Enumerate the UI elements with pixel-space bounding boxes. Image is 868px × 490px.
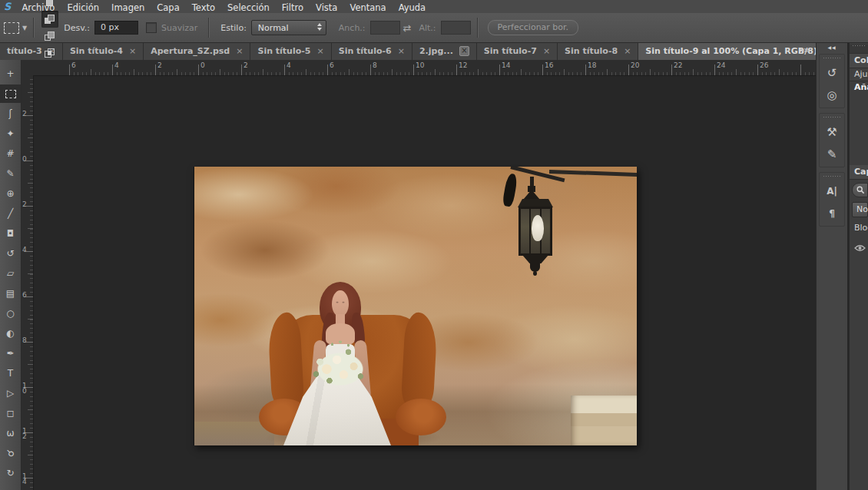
grip-dots-icon[interactable]	[823, 175, 841, 178]
hand-tool[interactable]: ω	[0, 424, 21, 442]
ruler-label: 20	[628, 61, 639, 69]
add-adjustment-header: Aña	[850, 81, 868, 94]
type-tool[interactable]: T	[0, 364, 21, 382]
blur-tool[interactable]: ○	[0, 304, 21, 323]
collapse-panels-button[interactable]: ◀◀	[817, 42, 847, 52]
menu-items: ArchivoEdiciónImagenCapaTextoSelecciónFi…	[15, 0, 432, 15]
document-tab-label: Sin título-7	[484, 46, 537, 56]
height-input[interactable]	[441, 21, 471, 35]
canvas-pasteboard[interactable]	[33, 75, 816, 490]
menu-item-ventana[interactable]: Ventana	[343, 2, 392, 13]
panel-grip[interactable]	[850, 45, 868, 54]
eye-icon	[854, 244, 866, 252]
document-tab[interactable]: Sin título-8 ×	[558, 42, 638, 60]
document-tab-label: Sin título-5	[257, 46, 310, 56]
grip-dots-icon[interactable]	[823, 116, 841, 119]
refine-edge-button[interactable]: Perfeccionar bor.	[488, 20, 579, 35]
menu-item-edición[interactable]: Edición	[61, 2, 105, 13]
height-label: Alt.:	[419, 23, 436, 33]
eraser-tool[interactable]: ▱	[0, 264, 21, 283]
document-tab-label: Sin título-8	[565, 46, 618, 56]
document-tab[interactable]: Sin título-6 ×	[332, 42, 412, 60]
style-label: Estilo:	[220, 23, 247, 33]
close-icon[interactable]: ×	[129, 46, 136, 56]
brush-presets-panel-icon[interactable]: ✎	[820, 143, 844, 165]
swap-dimensions-icon[interactable]: ⇄	[403, 22, 412, 34]
menu-item-texto[interactable]: Texto	[186, 2, 221, 13]
brush-panel-icon[interactable]: ⚒	[820, 121, 844, 143]
ruler-ticks	[21, 60, 33, 490]
grip-dots-icon[interactable]	[823, 57, 841, 60]
rectangular-marquee-tool[interactable]	[0, 84, 21, 103]
menu-item-filtro[interactable]: Filtro	[276, 2, 310, 13]
close-icon[interactable]: ×	[398, 46, 405, 56]
subtract-from-selection-button[interactable]	[41, 28, 58, 45]
menu-item-ayuda[interactable]: Ayuda	[393, 2, 432, 13]
brush-tool[interactable]: ╱	[0, 204, 21, 223]
document-tab[interactable]: 2.jpg... ×	[412, 42, 477, 60]
horizontal-ruler[interactable]: 64202468101214161820222426	[33, 60, 816, 76]
layers-filter-search[interactable]	[852, 183, 868, 197]
shape-tool[interactable]: ◻	[0, 404, 21, 422]
document-tab[interactable]: Sin título-9 al 100% (Capa 1, RGB/8) * ×	[638, 42, 816, 60]
lasso-tool[interactable]: ʃ	[0, 104, 21, 123]
lantern-bulb	[532, 215, 544, 241]
menu-item-capa[interactable]: Capa	[151, 2, 185, 13]
eyedropper-tool[interactable]: ✎	[0, 164, 21, 183]
rotate-view-tool[interactable]: ↻	[0, 464, 21, 482]
menu-item-selección[interactable]: Selección	[221, 2, 276, 13]
close-icon[interactable]: ×	[543, 46, 550, 56]
photo-canvas[interactable]	[194, 167, 637, 445]
ruler-label: 12	[22, 429, 28, 439]
layer-visibility-toggle[interactable]	[854, 240, 868, 255]
width-input[interactable]	[370, 21, 400, 35]
ruler-label: 8	[22, 338, 28, 343]
gradient-tool[interactable]: ▤	[0, 284, 21, 303]
blend-mode-select[interactable]: Nor	[852, 202, 868, 217]
menu-item-vista[interactable]: Vista	[310, 2, 343, 13]
close-icon[interactable]: ×	[624, 46, 631, 56]
pen-tool[interactable]: ✒	[0, 344, 21, 363]
move-tool[interactable]: +	[0, 65, 21, 83]
tool-preset-picker[interactable]: ▼	[4, 22, 27, 34]
document-tab[interactable]: Sin título-5 ×	[250, 42, 331, 60]
dodge-tool[interactable]: ◐	[0, 324, 21, 343]
new-selection-button[interactable]	[41, 0, 58, 11]
selection-mode-icon	[45, 15, 55, 25]
add-to-selection-button[interactable]	[41, 11, 58, 28]
close-icon[interactable]: ×	[236, 46, 243, 56]
document-tab[interactable]: Sin título-7 ×	[477, 42, 558, 60]
tab-adjustments-panel[interactable]: Ajus	[850, 68, 868, 81]
document-tab[interactable]: Apertura_SZ.psd ×	[144, 42, 250, 60]
path-selection-tool[interactable]: ▷	[0, 384, 21, 402]
ruler-label: 0	[198, 61, 205, 69]
tab-overflow-chevron[interactable]: »​»	[799, 44, 808, 55]
feather-input[interactable]: 0 px	[94, 21, 138, 35]
history-panel-icon[interactable]: ↺	[820, 61, 844, 84]
zoom-tool[interactable]: ⚲	[0, 444, 21, 462]
style-select[interactable]: Normal	[251, 20, 326, 35]
menu-item-imagen[interactable]: Imagen	[105, 2, 151, 13]
history-brush-tool[interactable]: ↺	[0, 244, 21, 263]
quick-selection-tool[interactable]: ✦	[0, 124, 21, 143]
healing-brush-tool[interactable]: ⊕	[0, 184, 21, 203]
close-icon[interactable]: ×	[459, 46, 469, 56]
antialias-checkbox[interactable]	[146, 22, 157, 33]
crop-tool[interactable]: #	[0, 144, 21, 163]
document-tab[interactable]: Sin título-4 ×	[63, 42, 144, 60]
feather-label: Desv.:	[64, 23, 90, 33]
vertical-ruler[interactable]: 4202468101214	[21, 60, 34, 490]
character-panel-icon[interactable]: A|	[820, 180, 844, 202]
selection-mode-buttons	[41, 0, 59, 61]
ruler-label: 18	[585, 61, 596, 69]
ruler-corner	[21, 60, 33, 75]
tab-color-panel[interactable]: Colo	[850, 54, 868, 68]
paragraph-panel-icon[interactable]: ¶	[820, 202, 844, 224]
tab-layers-panel[interactable]: Cap	[850, 165, 868, 180]
dock-group: ↺◎	[819, 54, 845, 108]
styles-panel-icon[interactable]: ◎	[820, 84, 844, 106]
clone-stamp-tool[interactable]: ◘	[0, 224, 21, 243]
document-tab-label: Sin título-6	[339, 46, 392, 56]
intersect-selection-button[interactable]	[41, 45, 58, 61]
close-icon[interactable]: ×	[316, 46, 323, 56]
